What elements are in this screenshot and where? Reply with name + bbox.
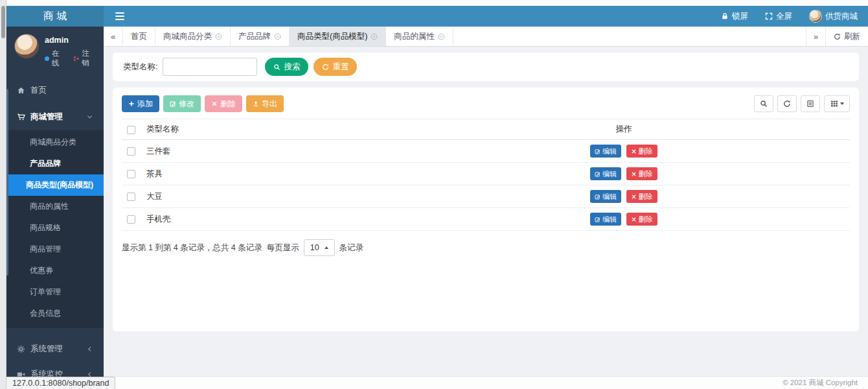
fullscreen-label: 全屏 [776, 11, 792, 22]
table-toolbar: 添加 修改 删除 导出 [122, 95, 850, 112]
sidebar-submenu-item[interactable]: 会员信息 [6, 303, 104, 324]
sidebar-item-home[interactable]: 首页 [6, 77, 104, 104]
browser-top-edge [0, 0, 868, 6]
table-refresh-button[interactable] [777, 95, 797, 112]
sidebar-item-label: 商城管理 [30, 112, 63, 123]
modify-button[interactable]: 修改 [163, 95, 201, 112]
sidebar-item-system-management[interactable]: 系统管理 [6, 336, 104, 362]
export-button[interactable]: 导出 [246, 95, 284, 112]
lock-screen-label: 锁屏 [732, 11, 748, 22]
search-form: 类型名称: 搜索 重置 [113, 53, 859, 81]
sidebar-submenu-item[interactable]: 商城商品分类 [6, 132, 104, 153]
tab[interactable]: 产品品牌 [231, 27, 290, 46]
page-size-dropdown[interactable]: 10 [304, 239, 335, 256]
row-checkbox[interactable] [127, 147, 135, 156]
delete-button[interactable]: 删除 [205, 95, 242, 112]
sidebar-item-label: 系统管理 [30, 344, 63, 355]
refresh-icon [783, 100, 791, 108]
tab[interactable]: 首页 [123, 27, 155, 46]
tab[interactable]: 商品的属性 [386, 27, 453, 46]
tab[interactable]: 商城商品分类 [155, 27, 231, 46]
sidebar-item-shop-management[interactable]: 商城管理 [6, 104, 104, 130]
close-icon[interactable] [215, 33, 222, 40]
lock-screen-button[interactable]: 锁屏 [721, 11, 748, 22]
logout-button[interactable]: 注销 [73, 49, 96, 68]
type-name-cell: 茶具 [141, 163, 398, 185]
reset-button[interactable]: 重置 [314, 58, 357, 76]
x-icon [631, 148, 637, 154]
sidebar-submenu-item[interactable]: 商品的属性 [6, 196, 104, 217]
home-icon [17, 86, 25, 95]
sidebar-submenu-item[interactable]: 商品类型(商品模型) [6, 174, 104, 196]
sidebar-scrollbar[interactable] [6, 89, 8, 276]
close-icon[interactable] [371, 33, 378, 40]
search-button[interactable]: 搜索 [265, 58, 308, 76]
scrollbar-thumb[interactable] [1, 6, 5, 38]
username: admin [45, 36, 96, 45]
per-page-label: 每页显示 [267, 242, 299, 253]
double-chevron-left-icon: « [111, 32, 115, 41]
online-dot-icon [45, 56, 49, 61]
refresh-icon [834, 33, 841, 40]
footer: © 2021 商城 Copyright [104, 376, 868, 389]
sidebar-submenu-item[interactable]: 产品品牌 [6, 153, 104, 174]
double-chevron-right-icon: » [814, 32, 818, 41]
sidebar-submenu-item[interactable]: 商品规格 [6, 217, 104, 239]
row-edit-button[interactable]: 编辑 [590, 213, 621, 226]
table-header-row: 类型名称 操作 [122, 119, 850, 140]
edit-icon [595, 148, 600, 154]
tab-bar: « 首页 商城商品分类 产品品牌 [104, 27, 868, 47]
detail-view-button[interactable] [801, 95, 820, 112]
close-icon[interactable] [438, 33, 445, 40]
detail-view-icon [806, 100, 814, 108]
row-checkbox[interactable] [127, 215, 135, 224]
columns-dropdown-button[interactable] [824, 95, 850, 112]
row-checkbox[interactable] [127, 170, 135, 178]
search-icon [273, 64, 280, 71]
column-header-operations: 操作 [398, 119, 850, 140]
table-view-controls [754, 95, 850, 112]
browser-left-scrollbar [0, 0, 6, 389]
avatar [14, 34, 39, 58]
row-delete-button[interactable]: 删除 [626, 190, 657, 203]
fullscreen-button[interactable]: 全屏 [765, 11, 792, 22]
row-edit-button[interactable]: 编辑 [590, 145, 621, 158]
type-name-cell: 手机壳 [141, 208, 398, 231]
edit-icon [170, 100, 176, 107]
scroll-tabs-left-button[interactable]: « [104, 27, 123, 46]
row-delete-button[interactable]: 删除 [626, 213, 657, 226]
tab-label: 商品类型(商品模型) [297, 31, 367, 42]
copyright-text: © 2021 商城 Copyright [782, 378, 858, 388]
navbar-right: 锁屏 全屏 供货商城 [721, 10, 858, 23]
sidebar-submenu-item[interactable]: 订单管理 [6, 281, 104, 303]
refresh-tab-button[interactable]: 刷新 [825, 27, 868, 46]
refresh-label: 刷新 [844, 31, 860, 42]
row-delete-button[interactable]: 删除 [626, 145, 657, 158]
column-header-name: 类型名称 [141, 119, 398, 140]
select-all-checkbox[interactable] [127, 126, 135, 134]
type-table: 类型名称 操作 三件套 [122, 119, 850, 231]
table-row: 手机壳 编辑 删除 [122, 208, 850, 231]
tab-label: 首页 [131, 31, 147, 42]
table-row: 茶具 编辑 删除 [122, 163, 850, 185]
brand-logo[interactable]: 商城 [6, 6, 104, 27]
scroll-tabs-right-button[interactable]: » [806, 27, 825, 46]
avatar [809, 10, 822, 23]
row-delete-button[interactable]: 删除 [626, 167, 657, 180]
row-edit-button[interactable]: 编辑 [590, 167, 621, 180]
tab[interactable]: 商品类型(商品模型) [290, 27, 386, 46]
main-panel: 类型名称: 搜索 重置 添加 [104, 47, 868, 376]
chevron-down-icon [86, 113, 93, 121]
sidebar-submenu-item[interactable]: 优惠券 [6, 260, 104, 281]
user-menu[interactable]: 供货商城 [809, 10, 858, 23]
sidebar-toggle-icon[interactable] [114, 10, 126, 23]
add-button[interactable]: 添加 [122, 95, 159, 112]
type-name-input[interactable] [163, 58, 257, 76]
table-search-toggle-button[interactable] [754, 95, 773, 112]
x-icon [631, 217, 637, 222]
close-icon[interactable] [274, 33, 281, 40]
sidebar-submenu-item[interactable]: 商品管理 [6, 239, 104, 260]
x-icon [631, 194, 637, 200]
row-checkbox[interactable] [127, 193, 135, 201]
row-edit-button[interactable]: 编辑 [590, 190, 621, 203]
